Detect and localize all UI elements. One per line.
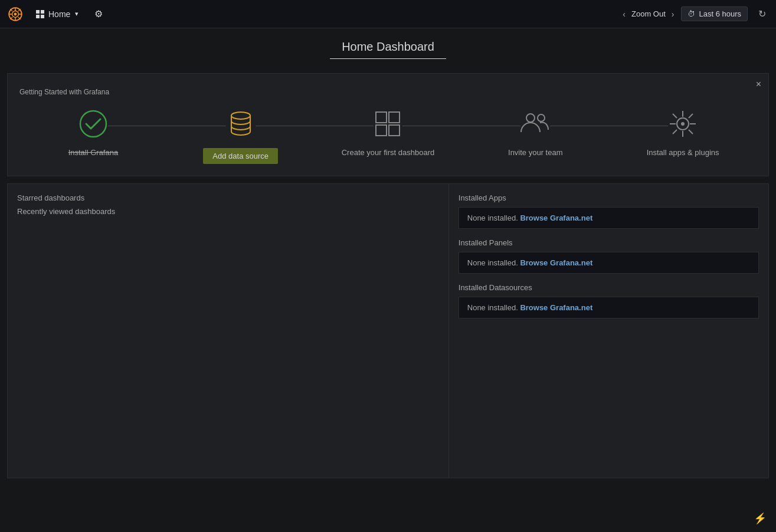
svg-line-29 <box>673 114 677 118</box>
top-navigation: Home ▾ ⚙ ‹ Zoom Out › ⏱ Last 6 hours ↻ <box>0 0 776 28</box>
step-install-label: Install Grafana <box>68 148 119 157</box>
step-create-dashboard: Create your first dashboard <box>315 108 462 157</box>
svg-point-24 <box>681 122 685 126</box>
zoom-right-arrow[interactable]: › <box>669 7 677 21</box>
step-team-label: Invite your team <box>508 148 563 157</box>
step-install-grafana: Install Grafana <box>19 108 167 157</box>
svg-rect-19 <box>376 125 387 136</box>
zoom-left-arrow[interactable]: ‹ <box>620 7 628 21</box>
grafana-logo-button[interactable] <box>5 4 26 25</box>
installed-datasources-browse-link[interactable]: Browse Grafana.net <box>520 303 592 312</box>
add-data-source-button[interactable]: Add data source <box>203 148 278 164</box>
svg-rect-18 <box>389 112 400 123</box>
step-team-icon <box>519 108 551 140</box>
svg-point-15 <box>80 111 106 137</box>
right-panel: Installed Apps None installed. Browse Gr… <box>449 183 769 478</box>
svg-point-22 <box>538 114 545 121</box>
svg-line-30 <box>689 130 693 134</box>
installed-panels-title: Installed Panels <box>459 238 759 247</box>
svg-line-31 <box>689 114 693 118</box>
svg-rect-11 <box>36 10 40 14</box>
page-title-container: Home Dashboard <box>0 40 776 59</box>
home-nav-caret: ▾ <box>75 10 78 18</box>
step-dashboard-icon <box>372 108 404 140</box>
step-dashboard-label: Create your first dashboard <box>342 148 435 157</box>
refresh-icon: ↻ <box>758 8 766 19</box>
installed-datasources-none-label: None installed. <box>467 303 518 312</box>
home-nav-label: Home <box>48 9 70 19</box>
installed-panels-section: Installed Panels None installed. Browse … <box>459 238 759 274</box>
installed-panels-box: None installed. Browse Grafana.net <box>459 252 759 274</box>
svg-rect-13 <box>36 15 40 18</box>
gear-icon: ⚙ <box>94 8 103 19</box>
installed-apps-section: Installed Apps None installed. Browse Gr… <box>459 193 759 229</box>
settings-button[interactable]: ⚙ <box>88 4 109 25</box>
recently-viewed-title[interactable]: Recently viewed dashboards <box>17 207 439 216</box>
installed-datasources-box: None installed. Browse Grafana.net <box>459 297 759 318</box>
step-plugins-label: Install apps & plugins <box>647 148 719 157</box>
time-range-label: Last 6 hours <box>699 9 741 18</box>
svg-rect-12 <box>41 10 44 14</box>
installed-datasources-title: Installed Datasources <box>459 283 759 292</box>
installed-datasources-section: Installed Datasources None installed. Br… <box>459 283 759 318</box>
svg-point-10 <box>14 12 17 15</box>
bottom-row: Starred dashboards Recently viewed dashb… <box>7 183 769 478</box>
svg-rect-17 <box>376 112 387 123</box>
step-add-datasource: Add data source <box>167 108 315 164</box>
zoom-out-label[interactable]: Zoom Out <box>631 9 666 18</box>
svg-rect-14 <box>41 15 44 18</box>
refresh-button[interactable]: ↻ <box>752 5 771 24</box>
step-install-icon <box>77 108 109 140</box>
topnav-right: ‹ Zoom Out › ⏱ Last 6 hours ↻ <box>620 5 771 24</box>
close-button[interactable]: × <box>756 80 761 89</box>
getting-started-label: Getting Started with Grafana <box>19 88 757 96</box>
installed-apps-box: None installed. Browse Grafana.net <box>459 207 759 229</box>
installed-apps-none-label: None installed. <box>467 214 518 222</box>
step-install-plugins: Install apps & plugins <box>609 108 757 157</box>
main-content: Home Dashboard Getting Started with Graf… <box>0 28 776 478</box>
zoom-control: ‹ Zoom Out › <box>620 7 676 21</box>
svg-line-32 <box>673 130 677 134</box>
page-title: Home Dashboard <box>330 40 446 59</box>
installed-panels-browse-link[interactable]: Browse Grafana.net <box>520 258 592 267</box>
installed-apps-title: Installed Apps <box>459 193 759 202</box>
getting-started-panel: Getting Started with Grafana × Install G… <box>7 73 769 176</box>
bottom-corner-icon: ⚡ <box>754 512 767 525</box>
step-datasource-icon <box>225 108 257 140</box>
svg-point-21 <box>526 114 535 122</box>
left-panel: Starred dashboards Recently viewed dashb… <box>7 183 449 478</box>
svg-point-16 <box>231 112 250 119</box>
svg-rect-20 <box>389 125 400 136</box>
time-range-picker[interactable]: ⏱ Last 6 hours <box>681 6 748 21</box>
installed-apps-browse-link[interactable]: Browse Grafana.net <box>520 214 592 222</box>
step-invite-team: Invite your team <box>461 108 609 157</box>
step-plugins-icon <box>667 108 699 140</box>
clock-icon: ⏱ <box>687 9 695 18</box>
starred-dashboards-title[interactable]: Starred dashboards <box>17 193 439 202</box>
steps-container: Install Grafana Add data source <box>19 108 757 164</box>
home-nav-item[interactable]: Home ▾ <box>28 4 86 25</box>
installed-panels-none-label: None installed. <box>467 258 518 267</box>
topnav-left: Home ▾ ⚙ <box>5 4 109 25</box>
